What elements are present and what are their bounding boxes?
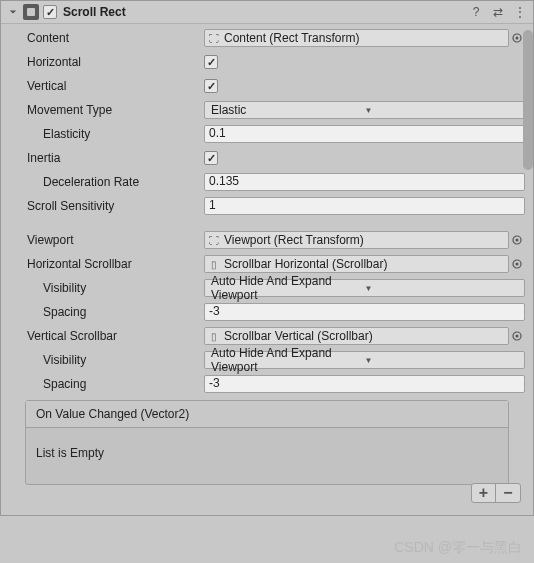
scrollbar-icon: ▯ (208, 258, 220, 270)
v-scrollbar-object-field[interactable]: ▯ Scrollbar Vertical (Scrollbar) (204, 327, 509, 345)
elasticity-row: Elasticity 0.1 (9, 124, 525, 144)
vertical-checkbox[interactable] (204, 79, 218, 93)
horizontal-row: Horizontal (9, 52, 525, 72)
scroll-sensitivity-input[interactable]: 1 (204, 197, 525, 215)
event-title: On Value Changed (Vector2) (26, 401, 508, 428)
event-empty-text: List is Empty (26, 428, 508, 484)
scrollbar-icon: ▯ (208, 330, 220, 342)
h-visibility-label: Visibility (9, 281, 204, 295)
component-icon (23, 4, 39, 20)
deceleration-label: Deceleration Rate (9, 175, 204, 189)
chevron-down-icon: ▼ (365, 106, 519, 115)
menu-icon[interactable]: ⋮ (513, 5, 527, 19)
watermark-text: CSDN @零一与黑白 (394, 539, 522, 557)
remove-event-button[interactable]: − (496, 484, 520, 502)
object-picker-icon[interactable] (509, 256, 525, 272)
svg-point-3 (516, 239, 519, 242)
chevron-down-icon: ▼ (365, 356, 519, 365)
h-spacing-label: Spacing (9, 305, 204, 319)
viewport-object-field[interactable]: ⛶ Viewport (Rect Transform) (204, 231, 509, 249)
component-body: Content ⛶ Content (Rect Transform) Horiz… (1, 24, 533, 515)
rect-transform-icon: ⛶ (208, 32, 220, 44)
v-visibility-label: Visibility (9, 353, 204, 367)
v-scrollbar-label: Vertical Scrollbar (9, 329, 204, 343)
component-title: Scroll Rect (63, 5, 469, 19)
v-spacing-row: Spacing -3 (9, 374, 525, 394)
deceleration-row: Deceleration Rate 0.135 (9, 172, 525, 192)
inspector-scrollbar[interactable] (523, 30, 533, 170)
v-visibility-row: Visibility Auto Hide And Expand Viewport… (9, 350, 525, 370)
v-spacing-label: Spacing (9, 377, 204, 391)
movement-type-row: Movement Type Elastic ▼ (9, 100, 525, 120)
viewport-label: Viewport (9, 233, 204, 247)
scroll-sensitivity-row: Scroll Sensitivity 1 (9, 196, 525, 216)
svg-point-1 (516, 37, 519, 40)
svg-point-5 (516, 263, 519, 266)
scroll-sensitivity-label: Scroll Sensitivity (9, 199, 204, 213)
svg-point-7 (516, 335, 519, 338)
header-icons: ? ⇄ ⋮ (469, 5, 527, 19)
inertia-row: Inertia (9, 148, 525, 168)
horizontal-label: Horizontal (9, 55, 204, 69)
horizontal-checkbox[interactable] (204, 55, 218, 69)
event-box: On Value Changed (Vector2) List is Empty (25, 400, 509, 485)
event-footer: + − (9, 483, 525, 507)
inertia-label: Inertia (9, 151, 204, 165)
component-header[interactable]: Scroll Rect ? ⇄ ⋮ (1, 1, 533, 24)
viewport-row: Viewport ⛶ Viewport (Rect Transform) (9, 230, 525, 250)
movement-type-label: Movement Type (9, 103, 204, 117)
h-scrollbar-row: Horizontal Scrollbar ▯ Scrollbar Horizon… (9, 254, 525, 274)
component-enable-checkbox[interactable] (43, 5, 57, 19)
inspector-component-panel: Scroll Rect ? ⇄ ⋮ Content ⛶ Content (Rec… (0, 0, 534, 516)
foldout-toggle[interactable] (7, 6, 19, 18)
chevron-down-icon: ▼ (365, 284, 519, 293)
h-scrollbar-object-field[interactable]: ▯ Scrollbar Horizontal (Scrollbar) (204, 255, 509, 273)
help-icon[interactable]: ? (469, 5, 483, 19)
add-event-button[interactable]: + (472, 484, 496, 502)
content-field-row: Content ⛶ Content (Rect Transform) (9, 28, 525, 48)
content-object-field[interactable]: ⛶ Content (Rect Transform) (204, 29, 509, 47)
h-spacing-row: Spacing -3 (9, 302, 525, 322)
vertical-label: Vertical (9, 79, 204, 93)
object-picker-icon[interactable] (509, 328, 525, 344)
vertical-row: Vertical (9, 76, 525, 96)
inertia-checkbox[interactable] (204, 151, 218, 165)
movement-type-dropdown[interactable]: Elastic ▼ (204, 101, 525, 119)
v-spacing-input[interactable]: -3 (204, 375, 525, 393)
elasticity-label: Elasticity (9, 127, 204, 141)
h-scrollbar-label: Horizontal Scrollbar (9, 257, 204, 271)
deceleration-input[interactable]: 0.135 (204, 173, 525, 191)
v-scrollbar-row: Vertical Scrollbar ▯ Scrollbar Vertical … (9, 326, 525, 346)
rect-transform-icon: ⛶ (208, 234, 220, 246)
h-visibility-row: Visibility Auto Hide And Expand Viewport… (9, 278, 525, 298)
object-picker-icon[interactable] (509, 232, 525, 248)
content-label: Content (9, 31, 204, 45)
h-spacing-input[interactable]: -3 (204, 303, 525, 321)
h-visibility-dropdown[interactable]: Auto Hide And Expand Viewport ▼ (204, 279, 525, 297)
elasticity-input[interactable]: 0.1 (204, 125, 525, 143)
preset-icon[interactable]: ⇄ (491, 5, 505, 19)
v-visibility-dropdown[interactable]: Auto Hide And Expand Viewport ▼ (204, 351, 525, 369)
